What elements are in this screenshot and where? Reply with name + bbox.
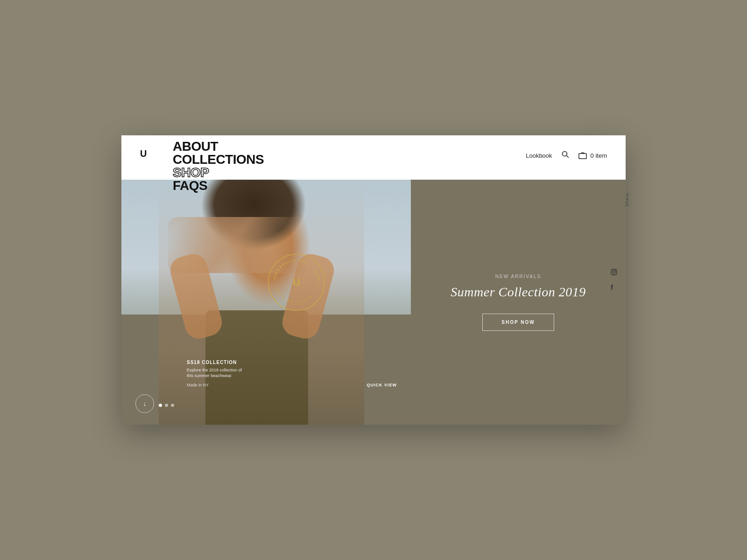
nav-faqs[interactable]: FAQs <box>173 179 264 192</box>
hero-section: UMBRELLA INC. · NEW YORK FASHION STORE U… <box>121 180 411 425</box>
svg-point-0 <box>562 152 567 156</box>
collection-desc: Explore the 2018 collection of this summ… <box>187 367 247 379</box>
lookbook-link[interactable]: Lookbook <box>526 152 552 159</box>
social-icons: f <box>611 269 617 291</box>
right-panel: NEW ARRIVALS Summer Collection 2019 SHOP… <box>411 180 626 425</box>
cart-button[interactable]: 0 item <box>578 152 607 159</box>
nav-shop[interactable]: SHOP <box>173 166 264 179</box>
made-in: Made in NY <box>187 383 247 387</box>
svg-rect-2 <box>579 154 586 159</box>
scroll-down-button[interactable]: ↓ <box>135 394 154 413</box>
dot-1[interactable] <box>159 404 162 407</box>
dot-2[interactable] <box>165 404 168 407</box>
share-label: Share. <box>625 191 629 207</box>
nav-overlay: ABOUT COLLECTIONS SHOP FAQs <box>173 140 264 192</box>
brand-stamp: UMBRELLA INC. · NEW YORK FASHION STORE U <box>266 252 327 313</box>
cart-icon <box>578 152 587 159</box>
model-image <box>159 180 364 425</box>
header-right: Lookbook 0 item <box>526 148 607 160</box>
nav-about[interactable]: ABOUT <box>173 140 264 153</box>
svg-text:U: U <box>293 276 300 288</box>
quick-view-link[interactable]: QUICK VIEW <box>366 383 397 387</box>
cart-count: 0 item <box>591 152 607 159</box>
collection-title: SS18 COLLECTION <box>187 360 247 365</box>
svg-point-10 <box>615 270 616 271</box>
chevron-down-icon: ↓ <box>143 400 147 407</box>
carousel-dots <box>159 404 174 407</box>
svg-point-9 <box>613 271 615 273</box>
header: U ABOUT COLLECTIONS SHOP FAQs Lookbook <box>121 135 626 180</box>
dot-3[interactable] <box>171 404 174 407</box>
svg-line-1 <box>566 156 569 158</box>
collection-heading: Summer Collection 2019 <box>451 285 585 300</box>
search-icon[interactable] <box>562 151 569 160</box>
facebook-icon[interactable]: f <box>611 283 617 291</box>
collection-info: SS18 COLLECTION Explore the 2018 collect… <box>187 360 247 387</box>
svg-rect-8 <box>611 269 617 275</box>
new-arrivals-label: NEW ARRIVALS <box>495 274 541 279</box>
logo[interactable]: U <box>140 148 147 159</box>
instagram-icon[interactable] <box>611 269 617 277</box>
nav-collections[interactable]: COLLECTIONS <box>173 153 264 166</box>
shop-now-button[interactable]: SHOP NOW <box>482 314 554 331</box>
browser-window: U ABOUT COLLECTIONS SHOP FAQs Lookbook <box>121 135 626 425</box>
svg-text:FASHION STORE: FASHION STORE <box>276 288 313 304</box>
